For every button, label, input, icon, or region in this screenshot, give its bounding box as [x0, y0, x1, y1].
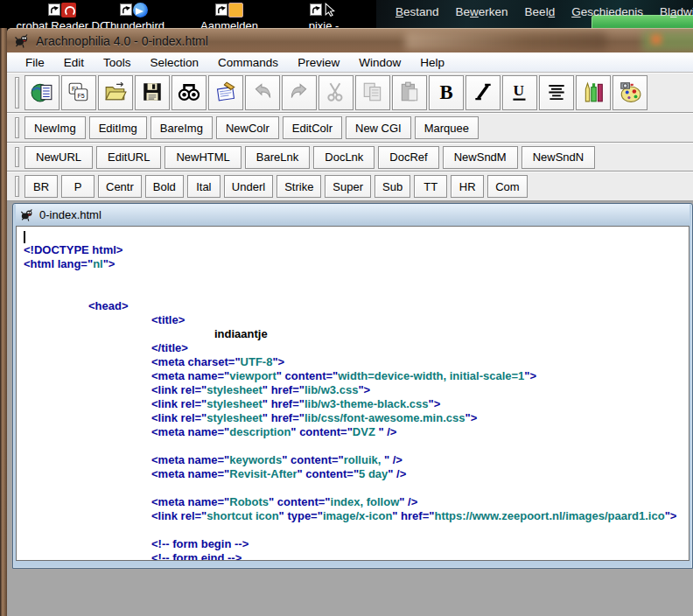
mdi-workspace: 0-index.html <!DOCTYPE html><html lang="… — [7, 201, 693, 616]
app-menubar: FileEditToolsSelectionCommandsPreviewWin… — [7, 52, 693, 73]
pixie-cursor-icon — [323, 3, 338, 18]
edit-notepad-button[interactable] — [208, 75, 243, 110]
thunderbird-icon — [133, 3, 148, 18]
color-tools-button[interactable] — [576, 75, 611, 110]
toolbar-button-tt[interactable]: TT — [414, 175, 447, 198]
menu-edit[interactable]: Edit — [54, 56, 94, 69]
code-line: </title> — [151, 341, 689, 355]
toolbar-button-newsndn[interactable]: NewSndN — [522, 146, 596, 169]
toolbar-drag-handle[interactable] — [15, 77, 19, 108]
firefox-menu-item[interactable]: Bestand — [396, 5, 439, 18]
toolbar-button-newurl[interactable]: NewURL — [24, 146, 93, 169]
code-line — [24, 481, 689, 495]
shortcut-arrow-icon — [120, 4, 132, 16]
toolbar-button-docref[interactable]: DocRef — [378, 146, 438, 169]
find-button[interactable] — [172, 75, 206, 110]
underline-button[interactable]: U — [502, 75, 537, 110]
toolbar-button-centr[interactable]: Centr — [98, 175, 142, 198]
menu-preview[interactable]: Preview — [288, 56, 349, 69]
shortcut-arrow-icon — [310, 4, 322, 16]
code-line: <link rel="stylesheet" href="lib/w3-them… — [151, 397, 689, 411]
toolbar-button-editimg[interactable]: EditImg — [89, 116, 147, 139]
toolbar-button-hr[interactable]: HR — [451, 175, 484, 198]
svg-text:F5: F5 — [77, 92, 84, 98]
find-icon — [178, 80, 200, 106]
open-file-icon — [104, 80, 127, 106]
text-caret — [24, 231, 25, 243]
cut-icon — [325, 80, 347, 106]
firefox-menu-item[interactable]: Geschiedenis — [571, 5, 643, 18]
window-titlebar[interactable]: Arachnophilia 4.0 - 0-index.html — [7, 28, 693, 52]
undo-button[interactable] — [245, 75, 280, 110]
shortcut-arrow-icon — [48, 4, 60, 16]
menu-selection[interactable]: Selection — [141, 56, 209, 69]
arachnophilia-spider-icon — [14, 33, 30, 49]
toolbar-button-bold[interactable]: Bold — [145, 175, 184, 198]
toolbar-button-marquee[interactable]: Marquee — [415, 116, 479, 139]
toolbar-button-newsndm[interactable]: NewSndM — [443, 146, 518, 169]
save-file-icon — [141, 80, 164, 106]
redo-icon — [288, 80, 311, 106]
window-left-border — [0, 28, 7, 616]
toolbar-button-strike[interactable]: Strike — [276, 175, 321, 198]
toolbar-format-row: BRPCentrBoldItalUnderlStrikeSuperSubTTHR… — [7, 172, 693, 201]
menu-tools[interactable]: Tools — [94, 56, 141, 69]
italic-button[interactable] — [466, 75, 500, 110]
menu-file[interactable]: File — [16, 56, 54, 69]
function-keys-button[interactable]: F1F5 — [61, 75, 96, 110]
arachnophilia-window: Arachnophilia 4.0 - 0-index.html FileEdi… — [0, 28, 693, 616]
code-line: <meta name="Revisit-After" content="5 da… — [151, 467, 689, 481]
toolbar-button-doclnk[interactable]: DocLnk — [313, 146, 374, 169]
firefox-menu-item[interactable]: Beeld — [525, 5, 556, 18]
toolbar-drag-handle[interactable] — [15, 176, 19, 197]
code-line: <meta name="Robots" content="index, foll… — [151, 495, 689, 509]
save-file-button[interactable] — [135, 75, 170, 110]
menu-commands[interactable]: Commands — [208, 56, 288, 69]
italic-icon — [472, 80, 494, 106]
toolbar-button-ital[interactable]: Ital — [187, 175, 220, 198]
toolbar-button-sub[interactable]: Sub — [374, 175, 410, 198]
firefox-menu-item[interactable]: Bladwijzers — [660, 5, 693, 18]
toolbar-button-p[interactable]: P — [61, 175, 94, 198]
code-line — [24, 229, 689, 243]
menu-window[interactable]: Window — [349, 56, 410, 69]
toolbar-button-br[interactable]: BR — [24, 175, 58, 198]
bold-button[interactable]: B — [429, 75, 464, 110]
toolbar-button-newimg[interactable]: NewImg — [24, 116, 86, 139]
toolbar-drag-handle[interactable] — [15, 117, 19, 138]
toolbar-button-editcolr[interactable]: EditColr — [283, 116, 342, 139]
toolbar-button-newhtml[interactable]: NewHTML — [164, 146, 241, 169]
arachnophilia-spider-icon — [20, 208, 34, 222]
shortcut-arrow-icon — [215, 4, 228, 16]
redo-button[interactable] — [282, 75, 317, 110]
document-titlebar[interactable]: 0-index.html — [16, 204, 690, 226]
code-line — [24, 285, 689, 299]
code-line: <link rel="shortcut icon" type="image/x-… — [151, 509, 689, 523]
code-line: <link rel="stylesheet" href="lib/w3.css"… — [151, 383, 689, 397]
toolbar-button-com[interactable]: Com — [487, 175, 527, 198]
toolbar-button-new-cgi[interactable]: New CGI — [346, 116, 411, 139]
toolbar-button-editurl[interactable]: EditURL — [96, 146, 161, 169]
toolbar-button-newcolr[interactable]: NewColr — [216, 116, 279, 139]
edit-notepad-icon — [214, 80, 237, 106]
open-file-button[interactable] — [98, 75, 133, 110]
cut-button[interactable] — [318, 75, 354, 110]
center-text-button[interactable] — [539, 75, 574, 110]
paste-button[interactable] — [392, 75, 427, 110]
code-line: <meta name="viewport" content="width=dev… — [151, 369, 689, 383]
svg-text:U: U — [513, 82, 524, 99]
toolbar-button-underl[interactable]: Underl — [224, 175, 273, 198]
toolbar-button-bareimg[interactable]: BareImg — [150, 116, 213, 139]
web-preview-button[interactable] — [24, 75, 60, 110]
toolbar-button-barelnk[interactable]: BareLnk — [245, 146, 310, 169]
toolbar-button-super[interactable]: Super — [325, 175, 371, 198]
function-keys-icon: F1F5 — [67, 80, 90, 106]
toolbar-drag-handle[interactable] — [15, 147, 19, 167]
code-editor[interactable]: <!DOCTYPE html><html lang="nl"><head><ti… — [16, 226, 690, 561]
copy-button[interactable] — [355, 75, 390, 110]
bold-icon: B — [435, 80, 458, 106]
menu-help[interactable]: Help — [410, 56, 454, 69]
firefox-menu-item[interactable]: Bewerken — [456, 5, 508, 18]
document-title: 0-index.html — [39, 208, 102, 221]
palette-image-button[interactable] — [612, 75, 648, 110]
